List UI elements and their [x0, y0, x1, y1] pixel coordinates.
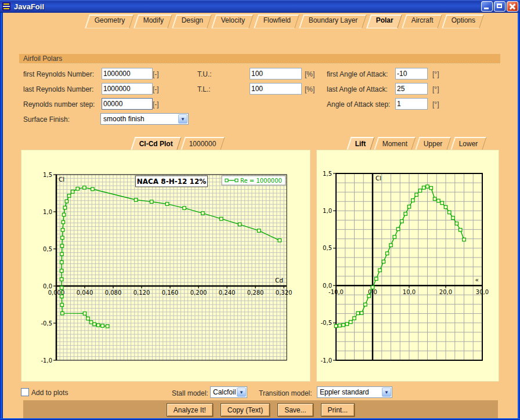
print-button[interactable]: Print... — [321, 403, 355, 417]
svg-text:1,0: 1,0 — [323, 208, 332, 214]
svg-text:0,160: 0,160 — [162, 289, 179, 296]
svg-text:0,200: 0,200 — [190, 289, 207, 296]
svg-text:0,240: 0,240 — [219, 289, 236, 296]
svg-text:0,040: 0,040 — [77, 289, 93, 296]
close-button-icon[interactable] — [507, 1, 518, 12]
re-step-unit: [-] — [153, 100, 159, 108]
aoa-step-unit: [°] — [432, 100, 439, 108]
aoa-first-unit: [°] — [432, 70, 439, 78]
re-last-label: last Reynolds Number: — [23, 85, 93, 93]
svg-text:«: « — [475, 276, 479, 283]
stall-model-select[interactable]: Calcfoil ▼ — [210, 386, 247, 398]
svg-text:0,0: 0,0 — [323, 283, 332, 289]
save-button[interactable]: Save... — [277, 403, 313, 417]
svg-text:Re = 1000000: Re = 1000000 — [240, 178, 282, 184]
tl-label: T.L.: — [197, 85, 211, 93]
chevron-down-icon[interactable]: ▼ — [178, 114, 187, 124]
tab-design[interactable]: Design — [172, 15, 212, 28]
javafoil-window: JavaFoil Geometry Modify Design Velocity… — [0, 0, 520, 420]
tab-velocity[interactable]: Velocity — [211, 15, 254, 28]
re-first-unit: [-] — [153, 70, 159, 78]
surface-finish-select[interactable]: smooth finish ▼ — [100, 113, 189, 125]
svg-text:Cl: Cl — [59, 176, 64, 183]
surface-finish-label: Surface Finish: — [23, 115, 70, 124]
svg-text:-0,5: -0,5 — [320, 320, 332, 326]
aoa-step-input[interactable] — [395, 98, 428, 110]
tab-geometry[interactable]: Geometry — [85, 15, 133, 28]
re-first-input[interactable] — [102, 68, 153, 79]
re-step-input[interactable] — [102, 98, 153, 110]
add-to-plots-checkbox[interactable] — [21, 388, 29, 396]
tab-aircraft[interactable]: Aircraft — [402, 15, 442, 28]
tab-modify[interactable]: Modify — [133, 15, 172, 28]
app-icon — [2, 2, 11, 11]
svg-text:-10,0: -10,0 — [328, 289, 344, 295]
aoa-last-label: last Angle of Attack: — [327, 85, 388, 93]
svg-text:1,5: 1,5 — [43, 172, 52, 178]
svg-text:NACA 8-H-12 12%: NACA 8-H-12 12% — [137, 178, 207, 186]
transition-model-label: Transition model: — [259, 389, 312, 397]
re-last-input[interactable] — [102, 83, 153, 95]
aoa-last-unit: [°] — [432, 85, 439, 93]
svg-text:30,0: 30,0 — [476, 289, 489, 295]
window-border-left — [0, 13, 3, 420]
aoa-first-input[interactable] — [395, 68, 428, 79]
add-to-plots-label: Add to plots — [31, 389, 68, 397]
right-plot-tab-bar: Lift Moment Upper Lower — [348, 137, 483, 150]
tab-boundary-layer[interactable]: Boundary Layer — [299, 15, 367, 28]
tab-options[interactable]: Options — [442, 15, 484, 28]
window-border-right — [518, 13, 520, 420]
tab-polar[interactable]: Polar — [366, 15, 402, 28]
svg-text:1,0: 1,0 — [43, 209, 52, 215]
minimize-button-icon[interactable] — [481, 1, 493, 12]
svg-text:0,080: 0,080 — [105, 289, 122, 296]
chevron-down-icon[interactable]: ▼ — [382, 388, 391, 397]
svg-text:-1,0: -1,0 — [320, 357, 332, 364]
left-plot-tab-bar: Cl-Cd Plot 1000000 — [132, 137, 222, 150]
tl-unit: [%] — [305, 85, 315, 93]
svg-text:Cl: Cl — [375, 175, 381, 182]
cl-cd-chart-panel: 0,0000,0400,0800,1200,1600,2000,2400,280… — [21, 150, 310, 382]
re-last-unit: [-] — [153, 85, 159, 93]
copy-text-button[interactable]: Copy (Text) — [221, 403, 270, 417]
window-title: JavaFoil — [14, 2, 44, 11]
svg-text:0,5: 0,5 — [43, 246, 52, 252]
lift-chart: -10,00,010,020,030,01,51,00,50,0-0,5-1,0… — [317, 150, 499, 381]
cl-cd-chart: 0,0000,0400,0800,1200,1600,2000,2400,280… — [21, 150, 310, 381]
tu-label: T.U.: — [197, 70, 212, 78]
svg-text:0,320: 0,320 — [276, 289, 292, 296]
svg-text:0,5: 0,5 — [323, 245, 332, 251]
svg-text:10,0: 10,0 — [403, 289, 416, 295]
svg-text:1,5: 1,5 — [323, 171, 332, 177]
svg-text:-1,0: -1,0 — [41, 357, 52, 364]
chevron-down-icon[interactable]: ▼ — [237, 388, 246, 397]
re-first-label: first Reynolds Number: — [23, 70, 94, 78]
aoa-first-label: first Angle of Attack: — [327, 70, 388, 78]
section-header-airfoil-polars: Airfoil Polars — [19, 54, 500, 64]
svg-text:0,0: 0,0 — [43, 283, 52, 289]
svg-text:Cd: Cd — [275, 277, 283, 284]
aoa-step-label: Angle of Attack step: — [327, 100, 390, 108]
svg-text:20,0: 20,0 — [439, 289, 452, 295]
re-step-label: Reynolds number step: — [23, 100, 95, 108]
tu-input[interactable] — [250, 68, 302, 79]
tab-flowfield[interactable]: Flowfield — [254, 15, 299, 28]
svg-text:0,120: 0,120 — [133, 289, 150, 296]
tl-input[interactable] — [250, 83, 302, 95]
action-button-bar: Analyze It! Copy (Text) Save... Print... — [23, 400, 498, 420]
tu-unit: [%] — [305, 70, 315, 78]
svg-text:0,280: 0,280 — [247, 289, 264, 296]
main-tab-bar: Geometry Modify Design Velocity Flowfiel… — [87, 15, 482, 26]
stall-model-label: Stall model: — [172, 389, 208, 397]
svg-text:-0,5: -0,5 — [41, 320, 52, 327]
analyze-button[interactable]: Analyze It! — [167, 403, 213, 417]
title-bar: JavaFoil — [0, 0, 520, 13]
aoa-last-input[interactable] — [395, 83, 428, 95]
lift-chart-panel: -10,00,010,020,030,01,51,00,50,0-0,5-1,0… — [316, 150, 499, 382]
transition-model-select[interactable]: Eppler standard ▼ — [317, 386, 392, 398]
maximize-button-icon[interactable] — [494, 1, 505, 12]
